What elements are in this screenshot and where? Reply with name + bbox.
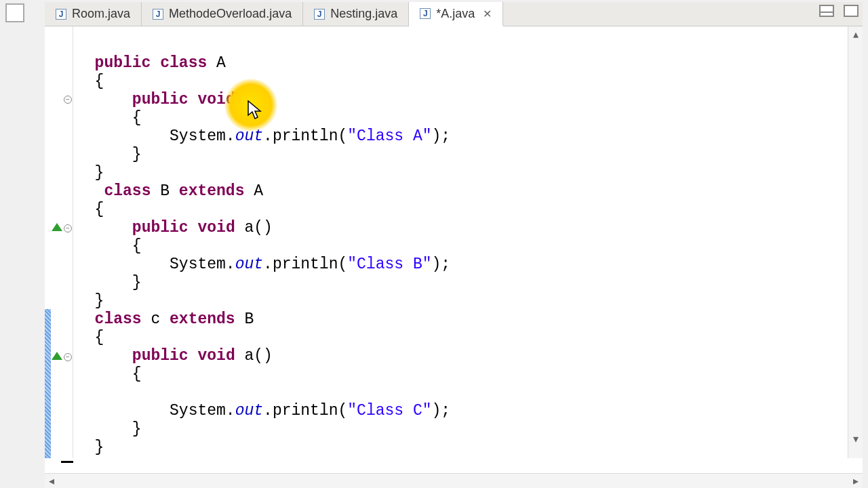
view-handle[interactable]	[5, 3, 24, 22]
code-area[interactable]: public class A { public void a() { Syste…	[73, 26, 848, 458]
java-file-icon: J	[56, 9, 66, 20]
tab-room[interactable]: J Room.java	[45, 2, 142, 26]
tab-methodeoverload[interactable]: J MethodeOverload.java	[142, 2, 303, 26]
overview-ruler	[45, 458, 863, 473]
java-file-icon: J	[420, 8, 431, 19]
close-icon[interactable]: ✕	[483, 7, 492, 20]
scroll-down-icon[interactable]: ▾	[848, 431, 863, 446]
tab-nesting[interactable]: J Nesting.java	[303, 2, 409, 26]
override-indicator-icon[interactable]	[52, 352, 62, 360]
editor-window-controls	[819, 5, 859, 17]
fold-toggle[interactable]	[64, 96, 72, 104]
vertical-scrollbar[interactable]: ▴ ▾	[848, 26, 863, 458]
scroll-up-icon[interactable]: ▴	[848, 26, 863, 41]
horizontal-scrollbar[interactable]: ◂ ▸	[45, 473, 863, 488]
fold-toggle[interactable]	[64, 224, 72, 232]
tab-label: Nesting.java	[330, 7, 397, 21]
tab-label: Room.java	[72, 7, 130, 21]
tab-a-java[interactable]: J *A.java ✕	[409, 2, 503, 26]
tab-bar: J Room.java J MethodeOverload.java J Nes…	[45, 2, 863, 26]
scroll-right-icon[interactable]: ▸	[853, 474, 859, 487]
maximize-icon[interactable]	[844, 5, 859, 17]
change-marker-strip	[45, 26, 52, 458]
tab-label: *A.java	[436, 7, 475, 21]
tab-label: MethodeOverload.java	[169, 7, 292, 21]
scroll-left-icon[interactable]: ◂	[49, 474, 54, 487]
fold-toggle[interactable]	[64, 353, 72, 361]
minimize-icon[interactable]	[819, 5, 834, 17]
editor-pane: J Room.java J MethodeOverload.java J Nes…	[45, 2, 863, 488]
gutter[interactable]	[52, 26, 73, 458]
change-marker	[45, 309, 51, 458]
java-file-icon: J	[153, 9, 163, 20]
editor-body: public class A { public void a() { Syste…	[45, 26, 863, 458]
override-indicator-icon[interactable]	[52, 223, 62, 231]
caret-marker	[61, 461, 73, 463]
java-file-icon: J	[314, 9, 325, 20]
